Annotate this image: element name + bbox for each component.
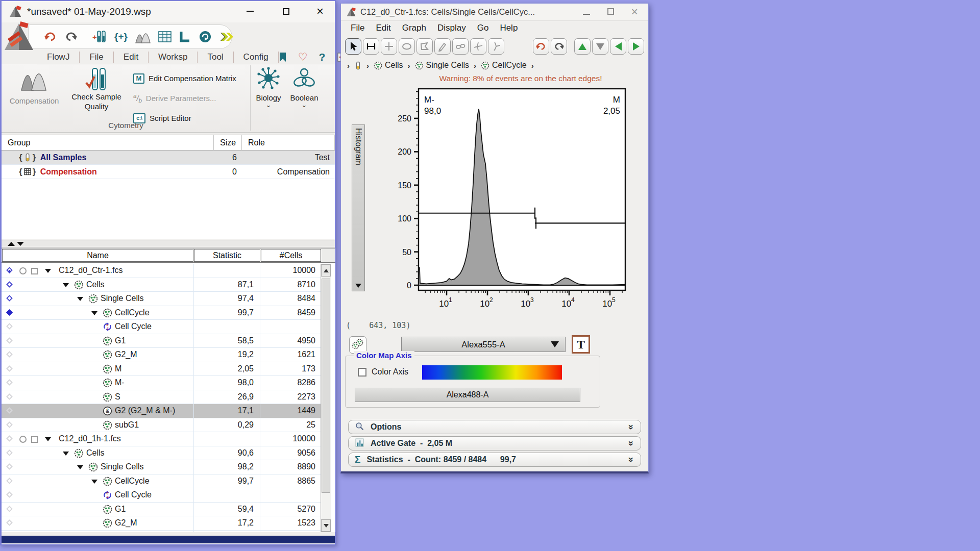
minimize-button[interactable]: [241, 1, 259, 21]
select-tool-button[interactable]: [345, 38, 361, 55]
ancestry-up-button[interactable]: [574, 38, 591, 55]
gate-diamond-icon[interactable]: [6, 323, 13, 330]
layout-editor-button[interactable]: [179, 28, 191, 45]
role-column-header[interactable]: Role: [242, 135, 335, 150]
flowjo-logo[interactable]: [3, 21, 35, 52]
chevron-right-icon[interactable]: ›: [347, 61, 350, 70]
gate-diamond-icon[interactable]: [6, 379, 13, 386]
gate-square-icon[interactable]: [31, 268, 38, 274]
size-column-header[interactable]: Size: [214, 135, 242, 150]
quad-gate-tool-button[interactable]: [381, 38, 397, 55]
menu-file[interactable]: File: [345, 23, 370, 33]
tree-row[interactable]: [2, 531, 321, 533]
boolean-button[interactable]: Boolean ⌄: [287, 66, 321, 108]
statistics-panel[interactable]: Σ Statistics - Count: 8459 / 8484 99,7 »: [348, 453, 641, 467]
menu-go[interactable]: Go: [472, 23, 495, 33]
tree-row[interactable]: CellCycle 99,7 8459: [2, 306, 321, 320]
tab-worksp[interactable]: Worksp: [149, 52, 198, 63]
tree-row[interactable]: M 2,05 173: [2, 362, 321, 377]
y-axis-parameter-button[interactable]: Histogram: [352, 124, 365, 291]
prev-sample-button[interactable]: [610, 38, 626, 55]
expander-icon[interactable]: [63, 452, 69, 456]
tab-flowj[interactable]: FlowJ: [37, 52, 80, 63]
spider-gate-tool-button[interactable]: [488, 38, 504, 55]
tab-config[interactable]: Config: [234, 52, 279, 63]
graph-minimize-button[interactable]: [583, 8, 590, 17]
biology-button[interactable]: Biology ⌄: [253, 66, 284, 108]
tree-row[interactable]: Cell Cycle: [2, 488, 321, 503]
maximize-button[interactable]: [277, 1, 295, 21]
tree-row[interactable]: Cells 90,6 9056: [2, 446, 321, 461]
pane-splitter[interactable]: [2, 240, 335, 247]
color-axis-parameter-button[interactable]: Alexa488-A: [355, 388, 580, 402]
gate-diamond-icon[interactable]: [6, 463, 13, 470]
expand-chevron-icon[interactable]: »: [626, 457, 638, 463]
tree-row[interactable]: Single Cells 98,2 8890: [2, 460, 321, 474]
cells-column-header[interactable]: #Cells: [261, 249, 321, 262]
gate-diamond-icon[interactable]: [6, 519, 13, 526]
tree-row[interactable]: C12_d0_1h-1.fcs 10000: [2, 432, 321, 446]
text-annotation-button[interactable]: T: [572, 335, 590, 354]
gate-circle-icon[interactable]: [19, 436, 27, 443]
tree-row[interactable]: Cell Cycle: [2, 320, 321, 334]
gate-diamond-icon[interactable]: [6, 365, 13, 372]
histogram-plot[interactable]: 050100150200250101102103104105M-98,0M2,0…: [389, 83, 634, 313]
gate-diamond-icon[interactable]: [6, 478, 13, 484]
breadcrumb-cells[interactable]: Cells: [374, 61, 403, 70]
tree-row[interactable]: C12_d0_Ctr-1.fcs 10000: [2, 264, 321, 278]
advance-chevrons-button[interactable]: [219, 28, 235, 45]
tree-row[interactable]: S 26,9 2273: [2, 390, 321, 405]
chevron-right-icon[interactable]: ›: [408, 61, 410, 70]
color-axis-checkbox[interactable]: [358, 368, 366, 377]
redo-button[interactable]: [64, 28, 78, 45]
next-sample-button[interactable]: [628, 38, 644, 55]
add-samples-button[interactable]: +: [92, 28, 107, 45]
gate-diamond-icon[interactable]: [6, 337, 13, 344]
expander-icon[interactable]: [91, 311, 97, 315]
gate-diamond-icon[interactable]: [6, 309, 13, 316]
add-keyword-button[interactable]: {+}: [114, 28, 128, 45]
edit-compensation-matrix-button[interactable]: M Edit Compensation Matrix: [133, 68, 236, 88]
splitter-up-icon[interactable]: [8, 242, 15, 246]
close-button[interactable]: ×: [311, 1, 329, 21]
splitter-down-icon[interactable]: [17, 242, 24, 246]
pencil-gate-tool-button[interactable]: [434, 38, 451, 55]
chevron-right-icon[interactable]: ›: [366, 61, 369, 70]
gate-square-icon[interactable]: [31, 436, 38, 443]
gate-diamond-icon[interactable]: [6, 281, 13, 288]
tree-row[interactable]: G2_M 19,2 1621: [2, 348, 321, 362]
group-row[interactable]: {} All Samples 6 Test: [2, 151, 335, 165]
gate-diamond-icon[interactable]: [6, 351, 13, 358]
gate-diamond-icon[interactable]: [6, 435, 13, 442]
tree-scrollbar[interactable]: [321, 264, 331, 532]
scroll-down-button[interactable]: [321, 519, 331, 532]
menu-edit[interactable]: Edit: [370, 23, 396, 33]
expand-chevron-icon[interactable]: »: [626, 441, 638, 446]
tree-row[interactable]: G2_M 17,2 1523: [2, 516, 321, 531]
expander-icon[interactable]: [91, 480, 97, 484]
polygon-gate-tool-button[interactable]: [416, 38, 433, 55]
tree-row[interactable]: Cells 87,1 8710: [2, 278, 321, 292]
ellipse-gate-tool-button[interactable]: [399, 38, 415, 55]
menu-display[interactable]: Display: [432, 23, 472, 33]
breadcrumb-cellcycle[interactable]: CellCycle: [481, 61, 527, 70]
graph-titlebar[interactable]: C12_d0_Ctr-1.fcs: Cells/Single Cells/Cel…: [341, 4, 648, 21]
expander-icon[interactable]: [77, 465, 83, 469]
tab-file[interactable]: File: [80, 52, 113, 63]
graph-redo-button[interactable]: [551, 38, 567, 55]
graph-undo-button[interactable]: [533, 38, 549, 55]
options-panel[interactable]: Options »: [348, 420, 641, 434]
expander-icon[interactable]: [77, 297, 83, 301]
scroll-thumb[interactable]: [322, 279, 330, 493]
tree-row[interactable]: M- 98,0 8286: [2, 376, 321, 390]
gate-diamond-icon[interactable]: [6, 491, 13, 498]
table-button[interactable]: [158, 28, 172, 45]
undo-button[interactable]: [44, 28, 57, 45]
left-titlebar[interactable]: *unsaved* 01-May-2019.wsp ×: [2, 1, 335, 22]
histogram-tool-button[interactable]: [135, 28, 151, 45]
expander-icon[interactable]: [63, 283, 69, 287]
tree-row[interactable]: G2 (G2_M & M-) 17,1 1449: [2, 404, 321, 418]
group-row[interactable]: {} Compensation 0 Compensation: [2, 165, 335, 179]
tree-row[interactable]: G1 58,5 4950: [2, 334, 321, 348]
expander-icon[interactable]: [45, 269, 51, 273]
